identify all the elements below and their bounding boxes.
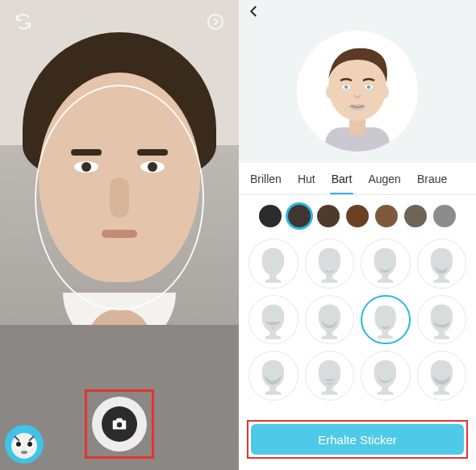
color-swatch[interactable]	[433, 205, 456, 227]
mascot-icon[interactable]	[5, 425, 44, 464]
beard-style-option[interactable]	[361, 239, 411, 289]
shutter-button[interactable]	[92, 397, 147, 451]
color-swatch[interactable]	[259, 205, 282, 227]
beard-style-option[interactable]	[361, 351, 411, 401]
avatar-preview	[297, 31, 418, 152]
tab-brillen[interactable]: Brillen	[239, 163, 290, 194]
color-swatch[interactable]	[317, 205, 340, 227]
get-sticker-button[interactable]: Erhalte Sticker	[251, 424, 464, 455]
tab-augen[interactable]: Augen	[360, 163, 408, 194]
beard-style-option[interactable]	[417, 351, 467, 401]
beard-style-option[interactable]	[248, 295, 299, 345]
color-swatch[interactable]	[288, 205, 311, 227]
camera-top-bar	[0, 10, 239, 34]
confirm-icon[interactable]	[203, 10, 228, 34]
beard-style-option[interactable]	[361, 295, 411, 345]
color-swatches	[239, 195, 476, 234]
category-tabs: BrillenHutBartAugenBraue	[239, 163, 476, 195]
svg-point-14	[367, 85, 370, 89]
beard-style-option[interactable]	[305, 239, 355, 289]
back-icon[interactable]	[247, 4, 266, 23]
beard-style-option[interactable]	[305, 351, 355, 401]
tab-bart[interactable]: Bart	[324, 163, 361, 194]
svg-point-6	[21, 451, 27, 454]
svg-point-16	[381, 85, 389, 98]
editor-header	[239, 0, 476, 27]
svg-point-7	[117, 422, 122, 427]
beard-style-option[interactable]	[305, 295, 355, 345]
editor-pane: BrillenHutBartAugenBraue	[239, 0, 476, 470]
camera-icon	[102, 406, 137, 442]
svg-point-5	[27, 442, 32, 447]
beard-style-option[interactable]	[417, 239, 467, 289]
svg-point-4	[16, 442, 21, 447]
svg-point-0	[208, 15, 223, 29]
beard-style-option[interactable]	[417, 295, 467, 345]
switch-camera-icon[interactable]	[11, 10, 35, 34]
app-root: BrillenHutBartAugenBraue	[0, 0, 476, 470]
color-swatch[interactable]	[346, 205, 369, 227]
avatar-preview-area	[239, 27, 476, 163]
color-swatch[interactable]	[375, 205, 398, 227]
color-swatch[interactable]	[404, 205, 427, 227]
shutter-highlight	[85, 389, 154, 459]
beard-style-option[interactable]	[248, 351, 299, 401]
tab-hut[interactable]: Hut	[290, 163, 324, 194]
camera-pane	[0, 0, 239, 470]
svg-point-15	[326, 85, 334, 98]
beard-style-option[interactable]	[248, 239, 299, 289]
cta-highlight: Erhalte Sticker	[247, 420, 468, 459]
tab-braue[interactable]: Braue	[409, 163, 455, 194]
beard-styles-grid	[239, 234, 476, 409]
svg-point-12	[344, 85, 348, 89]
